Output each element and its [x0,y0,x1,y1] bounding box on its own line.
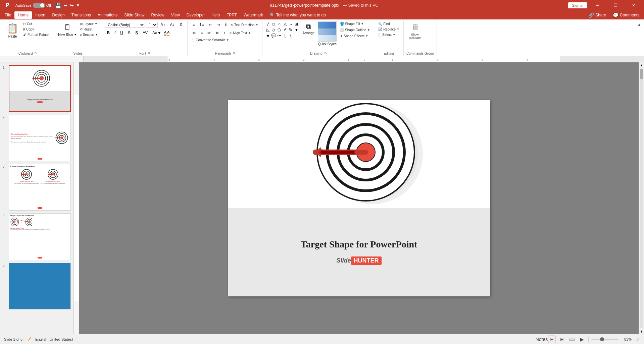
slide-thumb-1[interactable]: Target Shape for PowerPoint [9,65,71,112]
scroll-track[interactable] [640,68,643,328]
font-size-selector[interactable]: 18 [146,22,158,28]
scroll-down-button[interactable]: ▼ [639,329,644,334]
text-direction-button[interactable]: ⟲ Text Direction ▼ [229,22,260,27]
decrease-font-button[interactable]: A↓ [168,21,177,28]
slide-thumb-4[interactable]: Target Shapes for PowerPoint [9,213,71,260]
bullets-button[interactable]: ≡ [190,21,197,28]
slide-item-5[interactable]: 5 [3,263,71,309]
slide-thumb-5[interactable] [9,263,71,309]
slide-item-4[interactable]: 4 Target Shapes for PowerPoint [3,213,71,260]
new-slide-button[interactable]: 🗒 New Slide ▼ [57,21,78,37]
cut-button[interactable]: ✂ Cut [22,21,51,26]
shape-oval[interactable]: ○ [277,21,282,27]
new-slide-bottom[interactable]: New Slide ▼ [57,33,78,37]
menu-design[interactable]: Design [49,11,68,19]
language[interactable]: English (United States) [35,337,73,341]
close-button[interactable]: ✕ [626,0,641,11]
menu-home[interactable]: Home [14,11,32,19]
menu-animations[interactable]: Animations [94,11,121,19]
shape-line[interactable]: ╱ [265,21,270,27]
save-icon[interactable]: 💾 [55,2,62,9]
menu-view[interactable]: View [168,11,183,19]
change-case-button[interactable]: Aa▼ [150,30,163,36]
zoom-level[interactable]: 83% [621,337,632,341]
shape-bent-arrow[interactable]: ↱ [282,27,288,33]
shapes-more[interactable]: ⊞ [294,21,299,27]
menu-slideshow[interactable]: Slide Show [121,11,148,19]
customize-qat-icon[interactable]: ▼ [76,3,80,8]
notes-button[interactable]: Notes [538,336,545,343]
normal-view-button[interactable]: ⊟ [548,336,555,343]
strikethrough-button[interactable]: S [126,30,133,36]
convert-smartart-button[interactable]: ⬡ Convert to SmartArt ▼ [190,38,230,43]
comments-button[interactable]: 💬 Comments [609,12,643,18]
shapes-scroll[interactable]: ▼ [294,27,299,33]
line-spacing-button[interactable]: ↕ [221,30,228,36]
minimize-button[interactable]: ─ [590,0,605,11]
restore-button[interactable]: ❐ [608,0,623,11]
menu-insert[interactable]: Insert [32,11,49,19]
zoom-slider[interactable] [591,339,618,340]
menu-watermark[interactable]: Watermark [240,11,266,19]
menu-review[interactable]: Review [148,11,167,19]
slide-item-1[interactable]: 1 [3,65,71,112]
shape-outline-button[interactable]: ⬜ Shape Outline ▼ [339,27,371,33]
layout-button[interactable]: ⊞ Layout ▼ [79,21,99,26]
section-button[interactable]: ≡ Section ▼ [79,32,99,37]
font-dialog-launcher[interactable]: ⧉ [148,52,150,55]
collapse-ribbon-button[interactable]: ▲ [636,21,643,28]
menu-developer[interactable]: Developer [183,11,208,19]
scroll-up-button[interactable]: ▲ [639,62,644,68]
slide-thumb-3[interactable]: 2 Target Shapes for PowerPoint [9,164,71,211]
shape-triangle[interactable]: △ [282,21,288,27]
shape-rect[interactable]: □ [271,21,276,27]
shape-rtriangle[interactable]: ◺ [265,27,270,33]
align-center-button[interactable]: ≡ [198,30,205,36]
italic-button[interactable]: I [112,30,117,36]
shape-bracket[interactable]: [ [282,33,288,38]
font-family-selector[interactable]: Calibri (Body) [105,22,145,28]
align-right-button[interactable]: ⇒ [205,30,213,36]
clear-format-button[interactable]: ✗ [177,21,185,28]
slide-item-3[interactable]: 3 2 Target Shapes for PowerPoint [3,164,71,211]
quick-styles-button[interactable] [318,21,337,42]
show-taskpane-button[interactable]: 🖥 ShowTaskpane [406,21,424,41]
shape-wave[interactable]: 〜 [277,33,282,38]
find-button[interactable]: 🔍 Find [377,21,401,26]
shape-fill-button[interactable]: 🪣 Shape Fill ▼ [339,21,371,26]
undo-icon[interactable]: ↩ [64,3,68,8]
format-painter-button[interactable]: 🖌 Format Painter [22,32,51,37]
shape-callout[interactable]: 💬 [271,33,276,38]
shape-effects-button[interactable]: ✦ Shape Effects ▼ [339,34,371,39]
paste-button[interactable]: 📋 Paste [4,21,21,40]
increase-indent-button[interactable]: ⇥ [215,21,222,28]
scroll-thumb[interactable] [640,69,643,79]
align-left-button[interactable]: ⇐ [190,30,198,36]
share-button[interactable]: 🔗 Share [585,12,609,18]
numbering-button[interactable]: 1≡ [197,21,206,28]
menu-fppt[interactable]: FPPT [223,11,240,19]
right-scrollbar[interactable]: ▲ ▼ [639,62,644,334]
slide-thumb-2[interactable]: Sample Heading Here This is a sample tex… [9,115,71,161]
paragraph-dialog-launcher[interactable]: ⧉ [233,52,235,55]
slide-notes-icon[interactable]: 📝 [27,337,31,341]
shadow-button[interactable]: S [133,30,140,36]
new-slide-top[interactable]: 🗒 [61,21,74,33]
copy-button[interactable]: ⎘ Copy [22,27,51,32]
character-spacing-button[interactable]: AV [141,30,150,36]
reading-view-button[interactable]: 📖 [568,336,576,343]
slide-item-2[interactable]: 2 Sample Heading Here This is a sample t… [3,115,71,161]
reset-button[interactable]: ↺ Reset [79,27,99,32]
shape-star[interactable]: ★ [265,33,270,38]
redo-icon[interactable]: ↪ [70,3,74,8]
shape-pentagon[interactable]: ⬠ [277,27,282,33]
slide-sorter-button[interactable]: ⊞ [558,336,565,343]
replace-button[interactable]: 🔄 Replace ▼ [377,27,401,32]
arrange-button[interactable]: ⧉ Arrange [301,21,316,36]
menu-transitions[interactable]: Transitions [68,11,94,19]
drawing-dialog-launcher[interactable]: ⧉ [325,52,327,55]
increase-font-button[interactable]: A↑ [158,21,167,28]
clipboard-dialog-launcher[interactable]: ⧉ [35,52,37,55]
shape-arrow[interactable]: → [288,21,293,27]
autosave-toggle[interactable] [33,3,45,8]
